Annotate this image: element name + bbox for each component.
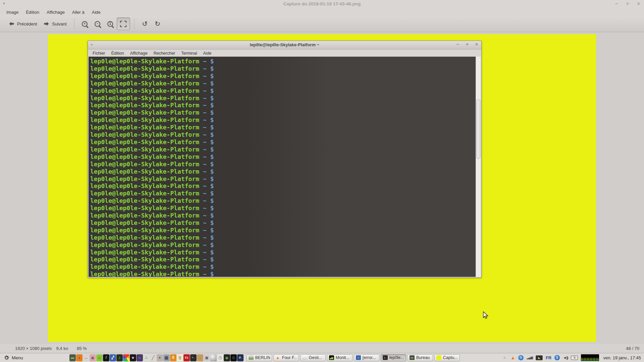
next-button[interactable]: Suivant xyxy=(40,19,70,29)
best-fit-button[interactable] xyxy=(117,17,130,30)
rotate-cw-button[interactable]: ↻ xyxy=(151,18,164,30)
maximize-button: + xyxy=(466,42,469,47)
bluetooth-icon[interactable]: ᛒ xyxy=(554,355,560,360)
terminal-menubar: Fichier Édition Affichage Rechercher Ter… xyxy=(88,50,481,57)
menu-button[interactable]: Menu xyxy=(2,355,25,361)
tray-grip-icon[interactable]: ≡ xyxy=(503,356,505,360)
volume-icon[interactable]: ◄)) xyxy=(563,356,568,360)
terminal-prompt-line: lep0le@lep0le-Skylake-Platform ~ $ xyxy=(90,131,475,138)
eye-launcher[interactable]: ◉ xyxy=(90,354,96,361)
terminal-prompt-line: lep0le@lep0le-Skylake-Platform ~ $ xyxy=(90,190,475,197)
menu-edition[interactable]: Édition xyxy=(22,9,43,15)
poedit-launcher[interactable]: P. xyxy=(237,354,244,361)
molecules-launcher[interactable]: ∴ xyxy=(143,354,150,361)
taskbar-window-four-f[interactable]: ▲ Four F... xyxy=(273,354,299,361)
pen-tool-launcher[interactable]: ╱ xyxy=(150,354,156,361)
terminal-prompt-line: lep0le@lep0le-Skylake-Platform ~ $ xyxy=(90,204,475,212)
taskbar-window-bureau[interactable]: ▬ Bureau xyxy=(408,354,433,361)
video-editor-launcher[interactable]: / xyxy=(103,354,109,361)
clock-launcher[interactable]: ◷ xyxy=(217,354,223,361)
filezilla-launcher[interactable]: Fz xyxy=(183,354,190,361)
gear-icon xyxy=(4,355,9,361)
best-fit-icon xyxy=(120,21,126,27)
taskbar-window-berlin[interactable]: BERLIN xyxy=(247,354,272,361)
notes-launcher[interactable]: ≣ xyxy=(177,354,183,361)
messenger-launcher[interactable]: … xyxy=(83,354,89,361)
zoom-normal-button[interactable]: 1 xyxy=(104,18,117,30)
music-player-launcher[interactable]: ♪ xyxy=(116,354,123,361)
terminal-prompt-line: lep0le@lep0le-Skylake-Platform ~ $ xyxy=(90,109,475,116)
zoom-in-button[interactable]: + xyxy=(78,18,91,30)
quick-launchers: ▬ ● … ◉ ◎ / ▞ ♪ ◈ ∩ ∴ xyxy=(69,354,244,361)
clock[interactable]: ven. 19 janv., 17:45 xyxy=(603,355,641,360)
firefox-launcher[interactable]: ● xyxy=(76,354,83,361)
maximize-button[interactable]: + xyxy=(626,1,629,6)
keyboard-layout-indicator[interactable]: FR xyxy=(546,356,551,360)
taskbar-window-error[interactable]: ● [error... xyxy=(354,354,379,361)
terminal-prompt-line: lep0le@lep0le-Skylake-Platform ~ $ xyxy=(90,263,475,270)
headphones-launcher[interactable]: ∩ xyxy=(137,354,143,361)
horse-launcher[interactable]: ♘ xyxy=(230,354,237,361)
viewer-titlebar: ▾ Capture du 2018-01-19 17-43-46.png − +… xyxy=(0,0,644,9)
zoom-out-icon: − xyxy=(95,21,100,27)
taskbar-window-monit[interactable]: ▄▆ Monit... xyxy=(327,354,353,361)
calculator-launcher[interactable]: ▦ xyxy=(163,354,170,361)
film-strip-launcher[interactable]: ▞ xyxy=(110,354,116,361)
photo-pinwheel-launcher[interactable] xyxy=(123,354,129,361)
minimize-button: − xyxy=(456,42,459,47)
window-app-launcher[interactable]: ▣ xyxy=(204,354,210,361)
terminal-prompt-line: lep0le@lep0le-Skylake-Platform ~ $ xyxy=(90,212,475,219)
red-gadget-launcher[interactable]: ● xyxy=(157,354,163,361)
show-desktop-launcher[interactable]: ▬ xyxy=(69,354,76,361)
window-menu-icon[interactable]: ▾ xyxy=(3,1,5,6)
terminal-prompt-line: lep0le@lep0le-Skylake-Platform ~ $ xyxy=(90,182,475,190)
arrow-left-icon xyxy=(9,21,14,26)
taskbar-window-gesti[interactable]: Gesti... xyxy=(300,354,326,361)
terminal-prompt-line: lep0le@lep0le-Skylake-Platform ~ $ xyxy=(90,219,475,227)
menu-aller-a[interactable]: Aller à xyxy=(68,9,88,15)
display-settings-icon[interactable]: ◣ xyxy=(536,355,543,360)
green-disc-launcher[interactable]: ◎ xyxy=(96,354,103,361)
folder-icon xyxy=(249,355,254,360)
zoom-normal-icon: 1 xyxy=(107,21,113,27)
package-launcher[interactable]: ↓ xyxy=(197,354,203,361)
screen: ▾ Capture du 2018-01-19 17-43-46.png − +… xyxy=(0,0,644,362)
rotate-cw-icon: ↻ xyxy=(155,20,160,27)
network-signal-icon[interactable]: ▂▄▆ xyxy=(527,356,533,359)
terminal-prompt-line: lep0le@lep0le-Skylake-Platform ~ $ xyxy=(90,95,475,102)
terminal-prompt-line: lep0le@lep0le-Skylake-Platform ~ $ xyxy=(90,227,475,234)
terminal-prompt-line: lep0le@lep0le-Skylake-Platform ~ $ xyxy=(90,249,475,256)
arrow-right-icon xyxy=(44,21,49,26)
vlc-tray-icon[interactable]: ▲ xyxy=(511,355,515,360)
unity-launcher[interactable]: ◈ xyxy=(130,354,136,361)
terminal-prompt-line: lep0le@lep0le-Skylake-Platform ~ $ xyxy=(90,234,475,241)
power-icon[interactable]: ↯ xyxy=(571,356,578,360)
minimize-button[interactable]: − xyxy=(615,1,618,6)
previous-button[interactable]: Précédent xyxy=(5,19,40,29)
viewer-window-title: Capture du 2018-01-19 17-43-46.png xyxy=(67,1,577,6)
taskbar-window-captu[interactable]: Captu... xyxy=(434,354,460,361)
terminal-prompt-line: lep0le@lep0le-Skylake-Platform ~ $ xyxy=(90,256,475,263)
terminal-scrollbar xyxy=(476,57,481,277)
close-button[interactable]: × xyxy=(637,1,640,6)
term-menu-fichier: Fichier xyxy=(90,50,108,56)
update-manager-icon[interactable]: i xyxy=(518,355,524,360)
menu-aide[interactable]: Aide xyxy=(88,9,104,15)
collection-index: 48 / 70 xyxy=(626,346,639,351)
window-list: BERLIN ▲ Four F... Gesti... ▄▆ Monit... xyxy=(247,354,460,361)
taskbar: Menu ▬ ● … ◉ ◎ / ▞ ♪ ◈ xyxy=(0,353,644,362)
sublime-text-launcher[interactable]: S xyxy=(170,354,176,361)
viewer-menubar: Image Édition Affichage Aller à Aide xyxy=(0,9,644,16)
taskbar-window-lep0le[interactable]: >_ lep0le... xyxy=(381,354,406,361)
webcam-launcher[interactable]: ◉ xyxy=(224,354,230,361)
toolbar-separator xyxy=(74,18,74,29)
menu-affichage[interactable]: Affichage xyxy=(43,9,68,15)
sphere-launcher[interactable] xyxy=(210,354,217,361)
zoom-out-button[interactable]: − xyxy=(91,18,104,30)
menu-image[interactable]: Image xyxy=(3,9,22,15)
terminal-prompt-line: lep0le@lep0le-Skylake-Platform ~ $ xyxy=(90,270,475,277)
network-graph-widget[interactable] xyxy=(581,354,599,361)
terminal-launcher[interactable]: >_ xyxy=(190,354,197,361)
rotate-ccw-button[interactable]: ↺ xyxy=(139,18,151,30)
terminal-prompt-line: lep0le@lep0le-Skylake-Platform ~ $ xyxy=(90,197,475,204)
